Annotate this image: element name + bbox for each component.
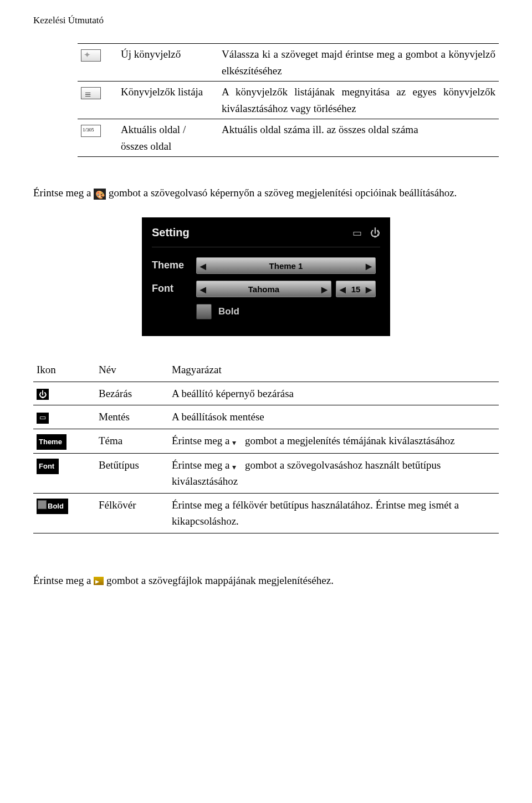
theme-black-label-icon: Theme [37,434,66,450]
close-icon [37,389,49,400]
row-name: Félkövér [95,493,168,533]
row-desc: Válassza ki a szöveget majd érintse meg … [218,44,499,82]
dropdown-arrow-icon [232,458,242,466]
row-desc: Aktuális oldal száma ill. az összes olda… [218,119,499,156]
font-size-value: 15 [351,283,361,296]
icon-description-table-2: Ikon Név Magyarázat Bezárás A beállító k… [33,358,499,533]
palette-icon [94,189,106,200]
theme-select[interactable]: Theme 1 [196,257,376,274]
text-after: gombot a megjelenítés témájának kiválasz… [245,435,455,446]
row-name: Mentés [95,405,168,429]
settings-title: Setting [152,224,190,241]
font-label: Font [152,281,196,297]
bookmark-star-icon [81,49,101,62]
save-icon [37,413,49,424]
font-value: Tahoma [248,283,279,296]
row-name: Új könyvjelző [117,44,218,82]
text-before: Érintse meg a [172,459,229,471]
row-name: Bezárás [95,382,168,405]
bookmark-list-icon [81,87,101,99]
font-black-label-icon: Font [37,459,59,474]
page-header: Kezelési Útmutató [33,13,499,28]
settings-intro-paragraph: Érintse meg a gombot a szövegolvasó képe… [33,185,499,201]
bold-black-label-icon: Bold [37,499,68,514]
text-before: Érintse meg a [172,435,229,446]
text-after: gombot a szövegolvasó képernyőn a szöveg… [109,187,457,199]
font-select[interactable]: Tahoma [196,281,331,297]
theme-label: Theme [152,258,196,273]
row-desc: Érintse meg a félkövér betűtípus használ… [168,493,499,533]
save-icon[interactable]: ▭ [352,226,362,241]
bold-label: Bold [218,304,239,319]
col-icon: Ikon [33,358,95,382]
dropdown-arrow-icon [232,434,242,442]
row-desc: A könyvjelzők listájának megnyitása az e… [218,82,499,119]
row-desc: Érintse meg a gombot a szövegolvasáshoz … [168,453,499,493]
font-size-select[interactable]: 15 [336,281,376,297]
text-after: gombot a szövegfájlok mappájának megjele… [106,575,334,586]
theme-value: Theme 1 [269,260,303,272]
row-desc: A beállító képernyő bezárása [168,382,499,405]
row-desc: A beállítások mentése [168,405,499,429]
text-before: Érintse meg a [33,575,91,586]
bold-checkbox[interactable] [196,304,212,319]
power-icon[interactable]: ⏻ [370,226,380,241]
col-desc: Magyarázat [168,358,499,382]
page-counter-icon [81,125,101,137]
settings-panel: Setting ▭ ⏻ Theme Theme 1 Font Tahoma 15… [142,217,390,336]
row-desc: Érintse meg a gombot a megjelenítés témá… [168,429,499,453]
row-name: Aktuális oldal / összes oldal [117,119,218,156]
row-name: Könyvjelzők listája [117,82,218,119]
text-before: Érintse meg a [33,187,91,199]
col-name: Név [95,358,168,382]
folder-arrow-icon [94,577,104,585]
row-name: Téma [95,429,168,453]
icon-description-table-1: Új könyvjelző Válassza ki a szöveget maj… [78,43,499,156]
row-name: Betűtípus [95,453,168,493]
folder-paragraph: Érintse meg a gombot a szövegfájlok mapp… [33,572,499,588]
